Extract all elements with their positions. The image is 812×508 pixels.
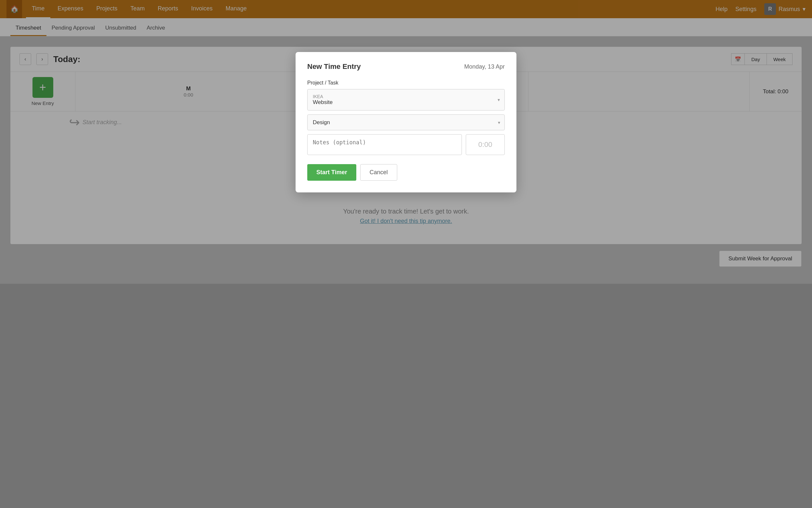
task-select[interactable]: Design	[307, 115, 505, 130]
project-name: Website	[313, 99, 499, 105]
modal-actions: Start Timer Cancel	[307, 164, 505, 181]
modal-date: Monday, 13 Apr	[464, 64, 505, 70]
modal-overlay[interactable]: New Time Entry Monday, 13 Apr Project / …	[0, 0, 812, 508]
time-input[interactable]	[466, 134, 505, 155]
client-name: IKEA	[313, 94, 499, 99]
modal-title: New Time Entry	[307, 62, 361, 71]
cancel-button[interactable]: Cancel	[360, 164, 397, 181]
start-timer-button[interactable]: Start Timer	[307, 164, 356, 181]
notes-row	[307, 134, 505, 155]
project-selector-wrapper: IKEA Website ▾	[307, 89, 505, 111]
project-select[interactable]: IKEA Website ▾	[307, 89, 505, 111]
task-selector-wrapper: Design ▾	[307, 115, 505, 130]
modal-header: New Time Entry Monday, 13 Apr	[307, 62, 505, 71]
notes-input[interactable]	[307, 134, 462, 155]
project-task-label: Project / Task	[307, 80, 505, 86]
modal: New Time Entry Monday, 13 Apr Project / …	[296, 52, 516, 193]
